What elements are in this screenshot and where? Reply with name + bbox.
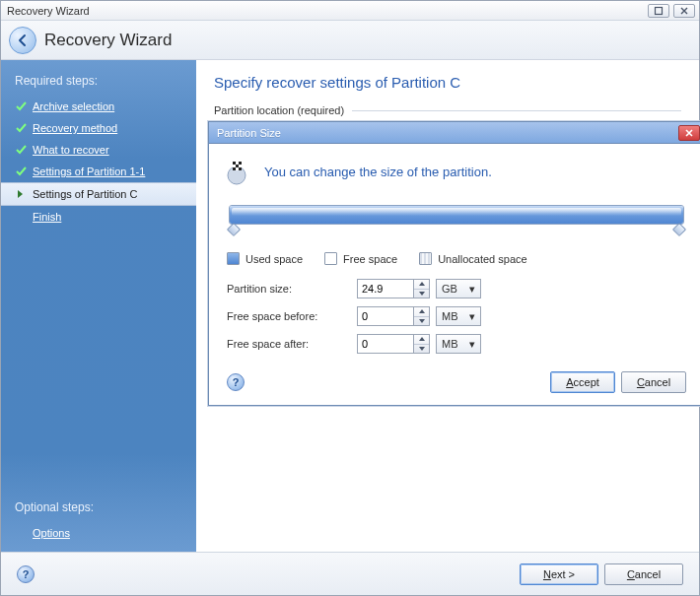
cancel-wizard-button[interactable]: Cancel — [604, 563, 683, 585]
step-recovery-method[interactable]: Recovery method — [1, 117, 196, 139]
partition-location-section: Partition location (required) — [214, 104, 681, 116]
partition-size-input[interactable] — [357, 279, 414, 298]
blank-icon — [15, 211, 27, 223]
step-settings-partition-c[interactable]: Settings of Partition C — [1, 182, 196, 206]
wizard-sidebar: Required steps: Archive selection Recove… — [1, 60, 196, 552]
step-link[interactable]: Settings of Partition 1-1 — [33, 166, 145, 177]
restore-icon — [654, 6, 664, 16]
section-label: Partition location (required) — [214, 104, 352, 116]
required-steps-title: Required steps: — [1, 70, 196, 96]
row-partition-size: Partition size: GB▾ — [227, 279, 686, 298]
spin-up-button[interactable] — [414, 280, 429, 290]
dialog-close-button[interactable] — [678, 125, 700, 141]
header-strip: Recovery Wizard — [1, 21, 699, 60]
svg-rect-4 — [239, 162, 242, 165]
step-options[interactable]: Options — [1, 522, 196, 544]
wizard-footer: ? Next > Cancel — [1, 552, 699, 595]
unit-label: MB — [442, 338, 458, 350]
close-window-button[interactable] — [673, 4, 695, 18]
cancel-mnemonic: C — [637, 376, 645, 388]
step-what-to-recover[interactable]: What to recover — [1, 139, 196, 161]
accept-button[interactable]: Accept — [550, 371, 615, 393]
spin-down-button[interactable] — [414, 317, 429, 326]
checkered-flag-icon — [227, 158, 254, 185]
chevron-up-icon — [419, 282, 425, 286]
help-button[interactable]: ? — [17, 565, 35, 583]
spin-down-button[interactable] — [414, 290, 429, 298]
after-unit-select[interactable]: MB▾ — [436, 334, 481, 354]
dialog-body: You can change the size of the partition… — [209, 144, 700, 405]
svg-rect-3 — [236, 165, 239, 167]
slider-gloss — [232, 208, 681, 216]
legend-label: Free space — [343, 253, 397, 265]
step-finish[interactable]: Finish — [1, 206, 196, 228]
size-spinner[interactable] — [414, 279, 430, 298]
accept-rest: ccept — [574, 376, 599, 388]
options-link[interactable]: Options — [33, 527, 70, 539]
step-link[interactable]: Recovery method — [33, 122, 117, 134]
dialog-titlebar[interactable]: Partition Size — [209, 122, 700, 144]
svg-rect-7 — [236, 162, 239, 165]
legend: Used space Free space Unallocated space — [227, 252, 686, 265]
divider — [352, 110, 681, 111]
before-unit-select[interactable]: MB▾ — [436, 306, 481, 326]
back-button[interactable] — [9, 27, 36, 54]
cancel-rest: ancel — [645, 376, 670, 388]
svg-rect-10 — [236, 167, 239, 170]
swatch-free-icon — [324, 252, 337, 265]
spin-down-button[interactable] — [414, 345, 429, 354]
size-fields: Partition size: GB▾ Free space before: — [227, 279, 686, 354]
step-settings-partition-1-1[interactable]: Settings of Partition 1-1 — [1, 161, 196, 182]
partition-size-slider[interactable] — [227, 199, 686, 246]
step-link[interactable]: What to recover — [33, 144, 109, 156]
free-before-input[interactable] — [357, 306, 414, 326]
chevron-down-icon — [419, 347, 425, 351]
handle-left[interactable] — [227, 223, 241, 236]
window-title: Recovery Wizard — [5, 5, 90, 17]
chevron-up-icon — [419, 337, 425, 341]
page-title: Recovery Wizard — [44, 31, 172, 50]
swatch-unallocated-icon — [419, 252, 432, 265]
svg-rect-6 — [239, 167, 242, 170]
check-icon — [15, 144, 27, 156]
step-link[interactable]: Archive selection — [33, 100, 114, 112]
legend-used: Used space — [227, 252, 303, 265]
question-icon: ? — [23, 568, 30, 580]
close-icon — [679, 6, 689, 16]
slider-track[interactable] — [229, 205, 684, 225]
spin-up-button[interactable] — [414, 307, 429, 317]
main-area: Required steps: Archive selection Recove… — [1, 60, 699, 552]
accept-mnemonic: A — [566, 376, 573, 388]
step-link[interactable]: Finish — [33, 211, 61, 223]
svg-rect-0 — [656, 7, 663, 14]
next-button[interactable]: Next > — [520, 563, 598, 585]
chevron-down-icon — [419, 319, 425, 323]
restore-window-button[interactable] — [648, 4, 669, 18]
svg-rect-9 — [239, 165, 242, 167]
handle-right[interactable] — [672, 223, 686, 236]
step-archive-selection[interactable]: Archive selection — [1, 96, 196, 117]
field-label: Partition size: — [227, 283, 357, 295]
free-after-input[interactable] — [357, 334, 414, 354]
spin-up-button[interactable] — [414, 335, 429, 345]
before-spinner[interactable] — [414, 306, 430, 326]
svg-rect-8 — [233, 165, 236, 167]
dialog-footer: ? Accept Cancel — [227, 371, 686, 393]
swatch-used-icon — [227, 252, 240, 265]
close-icon — [684, 128, 694, 138]
arrow-left-icon — [16, 33, 30, 47]
chevron-down-icon: ▾ — [469, 338, 475, 351]
chevron-down-icon: ▾ — [469, 283, 475, 296]
chevron-down-icon — [419, 292, 425, 296]
blank-icon — [15, 527, 27, 539]
svg-rect-2 — [233, 162, 236, 165]
legend-unallocated: Unallocated space — [419, 252, 527, 265]
cancel-button[interactable]: Cancel — [621, 371, 686, 393]
content-pane: Specify recover settings of Partition C … — [196, 60, 699, 552]
row-free-after: Free space after: MB▾ — [227, 334, 686, 354]
arrow-right-icon — [15, 188, 27, 200]
size-unit-select[interactable]: GB▾ — [436, 279, 481, 298]
step-label: Settings of Partition C — [33, 188, 137, 200]
after-spinner[interactable] — [414, 334, 430, 354]
help-button[interactable]: ? — [227, 373, 245, 391]
